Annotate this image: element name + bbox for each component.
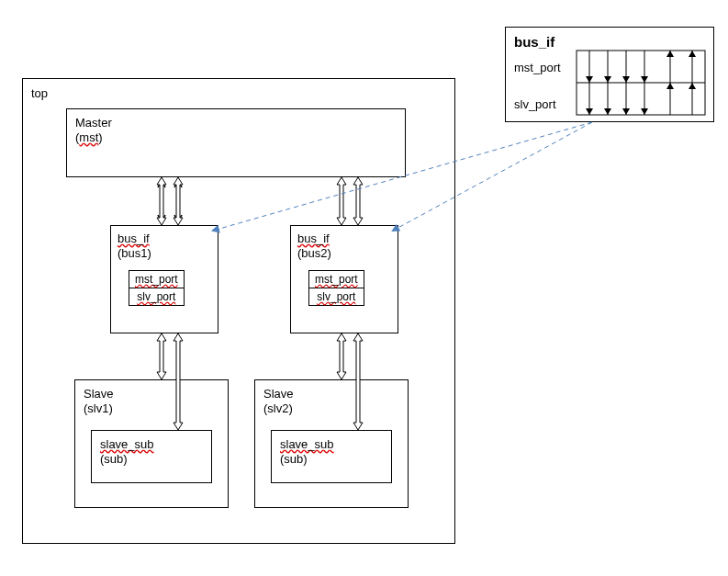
slave2-sub-instance: (sub) <box>280 452 308 466</box>
master-title: Master <box>75 116 112 130</box>
detail-slv-port: slv_port <box>514 97 556 111</box>
bus1-title: bus_if <box>118 232 150 245</box>
bus2-instance: (bus2) <box>297 246 331 260</box>
bus1-slv-port: slv_port <box>129 288 185 306</box>
slave1-instance: (slv1) <box>84 401 113 415</box>
bus2-slv-port: slv_port <box>309 288 364 306</box>
bus2-port-table: mst_port slv_port <box>308 270 364 306</box>
slave1-title: Slave <box>84 387 114 401</box>
slave1-sub-title: slave_sub <box>100 437 154 451</box>
bus1-port-table: mst_port slv_port <box>129 270 185 306</box>
bus2-mst-port: mst_port <box>309 271 364 288</box>
slave1-sub-instance: (sub) <box>100 452 128 466</box>
detail-title: bus_if <box>514 34 554 50</box>
bus2-title: bus_if <box>297 232 330 245</box>
bus1-mst-port: mst_port <box>129 271 185 288</box>
slave2-sub-title: slave_sub <box>280 437 334 451</box>
master-instance: (mst) <box>75 130 103 144</box>
slave2-instance: (slv2) <box>263 401 293 415</box>
bus1-instance: (bus1) <box>118 246 151 260</box>
slave2-title: Slave <box>263 387 294 401</box>
top-label: top <box>31 86 48 100</box>
detail-mst-port: mst_port <box>514 61 561 74</box>
master-box <box>66 108 406 177</box>
